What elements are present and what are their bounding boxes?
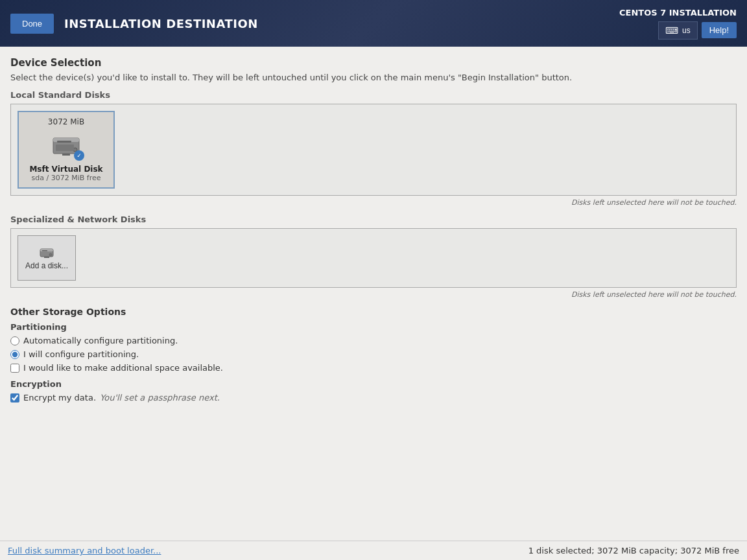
header-controls: ⌨ us Help!: [658, 21, 737, 40]
specialized-disks-label: Specialized & Network Disks: [10, 215, 737, 224]
svg-rect-8: [42, 250, 47, 251]
encrypt-checkbox[interactable]: [10, 393, 19, 402]
auto-partition-row: Automatically configure partitioning.: [10, 336, 737, 345]
other-storage-title: Other Storage Options: [10, 307, 737, 317]
specialized-disks-note: Disks left unselected here will not be t…: [10, 290, 737, 299]
disk-selected-badge: ✓: [74, 150, 84, 161]
device-selection-desc: Select the device(s) you'd like to insta…: [10, 73, 737, 82]
svg-rect-2: [57, 141, 71, 143]
manual-partition-row: I will configure partitioning.: [10, 349, 737, 359]
done-button[interactable]: Done: [10, 14, 54, 34]
svg-rect-10: [44, 257, 49, 258]
footer-status: 1 disk selected; 3072 MiB capacity; 3072…: [528, 546, 739, 555]
disk-name: Msft Virtual Disk: [27, 165, 106, 174]
svg-rect-4: [56, 145, 74, 151]
disk-card[interactable]: 3072 MiB ✓ Msft Virtual: [18, 111, 115, 189]
additional-space-row: I would like to make additional space av…: [10, 363, 737, 373]
local-disk-area: 3072 MiB ✓ Msft Virtual: [10, 104, 737, 196]
header-left: Done INSTALLATION DESTINATION: [10, 14, 258, 34]
header: Done INSTALLATION DESTINATION CENTOS 7 I…: [0, 0, 747, 47]
page-title: INSTALLATION DESTINATION: [64, 17, 258, 30]
add-disk-button[interactable]: Add a disk...: [18, 235, 76, 281]
add-disk-icon: [39, 246, 54, 259]
additional-space-label[interactable]: I would like to make additional space av…: [23, 363, 223, 373]
svg-rect-5: [62, 154, 70, 156]
svg-point-9: [49, 253, 52, 256]
local-disks-label: Local Standard Disks: [10, 90, 737, 100]
encryption-label: Encryption: [10, 379, 737, 389]
auto-partition-radio[interactable]: [10, 336, 19, 345]
encrypt-label[interactable]: Encrypt my data.: [23, 393, 96, 402]
disk-info: sda / 3072 MiB free: [27, 174, 106, 182]
encrypt-row: Encrypt my data. You'll set a passphrase…: [10, 393, 737, 402]
manual-partition-label[interactable]: I will configure partitioning.: [23, 349, 139, 359]
add-disk-label: Add a disk...: [25, 261, 68, 270]
manual-partition-radio[interactable]: [10, 350, 19, 359]
specialized-disk-area: Add a disk...: [10, 228, 737, 288]
centos-title: CENTOS 7 INSTALLATION: [619, 8, 737, 18]
main-content: Device Selection Select the device(s) yo…: [0, 47, 747, 541]
disk-size: 3072 MiB: [27, 117, 106, 126]
encrypt-note: You'll set a passphrase next.: [100, 393, 220, 402]
header-right: CENTOS 7 INSTALLATION ⌨ us Help!: [619, 8, 737, 40]
full-disk-summary-link[interactable]: Full disk summary and boot loader...: [8, 546, 161, 555]
local-disks-note: Disks left unselected here will not be t…: [10, 198, 737, 207]
partitioning-label: Partitioning: [10, 322, 737, 332]
keyboard-icon: ⌨: [665, 25, 678, 36]
keyboard-button[interactable]: ⌨ us: [658, 21, 698, 40]
auto-partition-label[interactable]: Automatically configure partitioning.: [23, 336, 178, 345]
footer: Full disk summary and boot loader... 1 d…: [0, 541, 747, 560]
additional-space-checkbox[interactable]: [10, 364, 19, 373]
help-button[interactable]: Help!: [702, 22, 737, 38]
device-selection-title: Device Selection: [10, 57, 737, 69]
disk-icon-container: ✓: [51, 132, 82, 159]
keyboard-label: us: [682, 26, 691, 35]
